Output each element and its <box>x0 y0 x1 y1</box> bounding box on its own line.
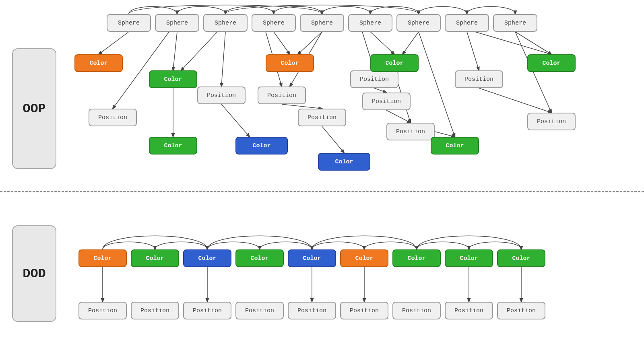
sphere-6: Sphere <box>348 14 392 32</box>
oop-color-5: Color <box>266 54 314 72</box>
sphere-5: Sphere <box>300 14 344 32</box>
sphere-9: Sphere <box>493 14 537 32</box>
oop-pos-1: Position <box>89 109 137 126</box>
svg-line-6 <box>221 104 250 137</box>
svg-line-23 <box>479 88 551 113</box>
dod-color-7: Color <box>392 249 441 267</box>
sphere-7: Sphere <box>396 14 441 32</box>
svg-line-3 <box>221 32 225 87</box>
dod-color-2: Color <box>131 249 179 267</box>
dod-pos-9: Position <box>497 302 545 319</box>
svg-line-24 <box>515 32 551 54</box>
sphere-3: Sphere <box>203 14 248 32</box>
oop-color-7: Color <box>370 54 419 72</box>
sphere-1: Sphere <box>107 14 151 32</box>
dod-pos-6: Position <box>340 302 388 319</box>
dod-label: DOD <box>12 225 56 322</box>
oop-color-6: Color <box>318 153 370 171</box>
oop-pos-2: Position <box>197 87 246 104</box>
svg-line-4 <box>181 32 217 70</box>
dod-color-3: Color <box>183 249 231 267</box>
dod-pos-8: Position <box>445 302 493 319</box>
section-divider <box>0 191 644 192</box>
dod-color-1: Color <box>78 249 127 267</box>
svg-line-13 <box>370 32 394 54</box>
oop-pos-4: Position <box>298 109 346 126</box>
dod-pos-7: Position <box>392 302 441 319</box>
svg-line-20 <box>435 132 455 137</box>
dod-color-5: Color <box>288 249 336 267</box>
svg-line-18 <box>419 32 455 137</box>
svg-line-1 <box>173 32 177 70</box>
svg-line-15 <box>374 88 386 93</box>
sphere-2: Sphere <box>155 14 199 32</box>
oop-label: OOP <box>12 48 56 169</box>
oop-color-8: Color <box>431 137 479 155</box>
dod-pos-4: Position <box>235 302 284 319</box>
dod-pos-1: Position <box>78 302 127 319</box>
svg-line-25 <box>515 32 551 113</box>
oop-pos-3: Position <box>258 87 306 104</box>
dod-pos-2: Position <box>131 302 179 319</box>
dod-color-9: Color <box>497 249 545 267</box>
dod-color-6: Color <box>340 249 388 267</box>
sphere-4: Sphere <box>252 14 296 32</box>
svg-line-22 <box>475 32 551 54</box>
svg-line-0 <box>99 32 129 54</box>
svg-line-10 <box>322 126 344 153</box>
svg-line-21 <box>467 32 479 70</box>
sphere-8: Sphere <box>445 14 489 32</box>
dod-pos-5: Position <box>288 302 336 319</box>
svg-line-9 <box>282 104 322 109</box>
svg-line-11 <box>298 32 322 54</box>
oop-color-2: Color <box>149 70 197 88</box>
dod-pos-3: Position <box>183 302 231 319</box>
svg-line-17 <box>402 32 419 54</box>
oop-color-4: Color <box>235 137 288 155</box>
svg-line-16 <box>386 110 411 123</box>
svg-line-7 <box>274 32 290 54</box>
oop-pos-9: Position <box>527 113 576 130</box>
oop-color-3: Color <box>149 137 197 155</box>
oop-color-9: Color <box>527 54 576 72</box>
oop-pos-5: Position <box>350 70 398 88</box>
dod-color-8: Color <box>445 249 493 267</box>
oop-color-1: Color <box>74 54 123 72</box>
dod-color-4: Color <box>235 249 284 267</box>
oop-pos-7: Position <box>386 123 435 140</box>
oop-pos-8: Position <box>455 70 503 88</box>
oop-pos-6: Position <box>362 93 411 110</box>
